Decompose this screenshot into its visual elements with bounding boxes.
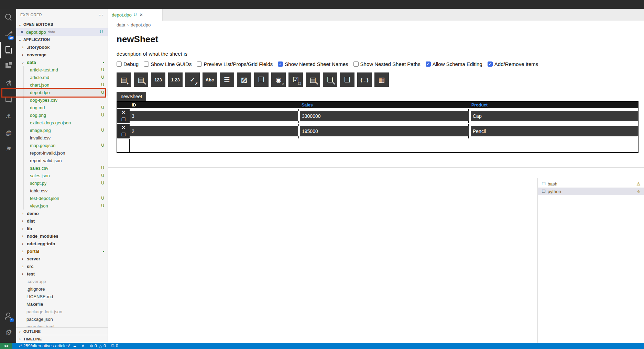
sheet-tab-newsheet[interactable]: newSheet [117, 92, 146, 101]
toolbar-button[interactable]: Abc [203, 72, 217, 87]
toolbar-button[interactable]: ✓ ✗ [185, 72, 200, 87]
activity-bar-icon[interactable] [0, 42, 16, 58]
duplicate-row-button[interactable]: ❐ [121, 132, 126, 137]
tree-item[interactable]: report-invalid.json [16, 149, 108, 157]
cell-product[interactable]: Cap [471, 111, 638, 121]
tree-item[interactable]: script.py U [16, 179, 108, 187]
checkbox-icon[interactable] [278, 61, 283, 67]
status-item[interactable]: ☁ [73, 344, 77, 348]
toolbar-button[interactable]: ◉ ○ [271, 72, 286, 87]
tree-item[interactable]: invalid.csv [16, 134, 108, 142]
tree-item[interactable]: .gitignore [16, 285, 108, 293]
tree-item[interactable]: package.json [16, 315, 108, 323]
terminal-instance-row[interactable]: ❒ bash ⚠ [538, 180, 644, 188]
option-checkbox[interactable]: Show Nested Sheet Names [278, 61, 348, 67]
status-item[interactable]: ⊗ 0 [90, 344, 97, 348]
toolbar-button[interactable]: ▦ [374, 72, 389, 87]
activity-bar-icon[interactable] [0, 75, 16, 91]
option-checkbox[interactable]: Show Line GUIDs [144, 61, 192, 67]
tree-item[interactable]: sales.json U [16, 172, 108, 179]
duplicate-row-button[interactable]: ❐ [121, 117, 126, 122]
tree-item[interactable]: › portal ● [16, 247, 108, 255]
tree-item[interactable]: › test [16, 270, 108, 278]
tree-item[interactable]: .coverage [16, 278, 108, 285]
tree-item[interactable]: test-depot.json U [16, 194, 108, 202]
tree-item[interactable]: table.csv [16, 187, 108, 194]
breadcrumb-file[interactable]: depot.dpo [131, 22, 151, 27]
activity-bar-icon[interactable] [0, 9, 16, 25]
status-item[interactable]: ☊ 0 [111, 344, 118, 348]
cell-sales[interactable]: 3300000 [300, 111, 469, 121]
option-checkbox[interactable]: Add/Remove Items [488, 61, 538, 67]
toolbar-button[interactable]: ▤ ✎ [134, 72, 148, 87]
tree-item[interactable]: › node_modules [16, 232, 108, 240]
tab-depot-dpo[interactable]: depot.dpo U ✕ [108, 9, 163, 21]
tree-item[interactable]: ⌄ data ● [16, 58, 108, 66]
tree-item[interactable]: view.json U [16, 202, 108, 210]
toolbar-button[interactable]: ▤ ✶ [117, 72, 131, 87]
checkbox-icon[interactable] [426, 61, 431, 67]
toolbar-button[interactable]: ▨ [237, 72, 251, 87]
option-checkbox[interactable]: Preview List/Props/Grid Fields [197, 61, 273, 67]
activity-bar-icon[interactable] [0, 108, 16, 124]
sidebar-more-icon[interactable]: ⋯ [99, 12, 103, 18]
tree-item[interactable]: dog.png U [16, 111, 108, 119]
tree-item[interactable]: sales.csv U [16, 164, 108, 172]
tree-item[interactable]: map.geojson U [16, 142, 108, 149]
tree-item[interactable]: article-test.md U [16, 66, 108, 74]
toolbar-button[interactable]: ☑ ☐ [288, 72, 303, 87]
cell-sales[interactable]: 195000 [300, 126, 469, 136]
tree-item[interactable]: package-lock.json [16, 308, 108, 315]
column-header-product[interactable]: Product [471, 103, 488, 108]
checkbox-icon[interactable] [488, 61, 493, 67]
activity-bar-icon[interactable]: 1 [0, 308, 16, 324]
notifications-bell[interactable] [636, 344, 641, 348]
timeline-section[interactable]: › TIMELINE [16, 335, 108, 342]
breadcrumb-folder[interactable]: data [117, 22, 125, 27]
checkbox-icon[interactable] [197, 61, 202, 67]
open-editors-section[interactable]: ⌄ OPEN EDITORS [16, 21, 108, 28]
activity-bar-icon[interactable] [0, 58, 16, 75]
tree-item[interactable]: dog-types.csv [16, 96, 108, 104]
application-section[interactable]: ⌄ APPLICATION [16, 36, 108, 43]
option-checkbox[interactable]: Allow Schema Editing [426, 61, 482, 67]
tree-item[interactable]: › dist [16, 217, 108, 225]
tree-item[interactable]: › odet.egg-info [16, 240, 108, 247]
tree-item[interactable]: report-valid.json [16, 157, 108, 164]
option-checkbox[interactable]: Show Nested Sheet Paths [353, 61, 421, 67]
tree-item[interactable]: › coverage [16, 51, 108, 58]
outline-section[interactable]: › OUTLINE [16, 327, 108, 335]
activity-bar-icon[interactable]: 19 [0, 25, 16, 42]
tree-item[interactable]: pyproject.toml [16, 323, 108, 327]
tree-item[interactable]: › lib [16, 225, 108, 232]
toolbar-button[interactable]: ❐ [254, 72, 269, 87]
tree-item[interactable]: extinct-dogs.geojson [16, 119, 108, 126]
insert-strip[interactable] [130, 136, 638, 138]
activity-bar-icon[interactable] [0, 91, 16, 108]
toolbar-button[interactable]: {…} [357, 72, 372, 87]
column-header-sales[interactable]: Sales [302, 103, 313, 108]
status-item[interactable]: ⋔ [81, 344, 85, 348]
remote-indicator[interactable]: >< [0, 343, 12, 349]
terminal-output[interactable] [108, 178, 537, 343]
checkbox-icon[interactable] [353, 61, 359, 67]
tree-item[interactable]: › server [16, 255, 108, 262]
delete-row-button[interactable]: ✕ [121, 110, 126, 116]
activity-bar-icon[interactable] [0, 124, 16, 141]
tree-item[interactable]: › .storybook [16, 43, 108, 51]
toolbar-button[interactable]: ❏ ✎ [323, 72, 337, 87]
tree-item[interactable]: chart.json U [16, 81, 108, 89]
tree-item[interactable]: Makefile [16, 300, 108, 308]
tree-item[interactable]: article.md U [16, 74, 108, 81]
insert-strip[interactable] [130, 121, 638, 123]
open-editor-item[interactable]: ✕ depot.dpo data U [16, 28, 108, 36]
cell-id[interactable]: 2 [130, 126, 298, 136]
toolbar-button[interactable]: 1.23 [168, 72, 183, 87]
close-icon[interactable]: ✕ [140, 12, 143, 17]
cell-product[interactable]: Pencil [471, 126, 638, 136]
toolbar-button[interactable]: ☰ [220, 72, 234, 87]
status-item[interactable]: ⎇ 259/alternatives-articles* [17, 344, 70, 348]
activity-bar-icon[interactable] [0, 141, 16, 157]
cell-id[interactable]: 3 [130, 111, 298, 121]
tree-item[interactable]: image.png U [16, 126, 108, 134]
